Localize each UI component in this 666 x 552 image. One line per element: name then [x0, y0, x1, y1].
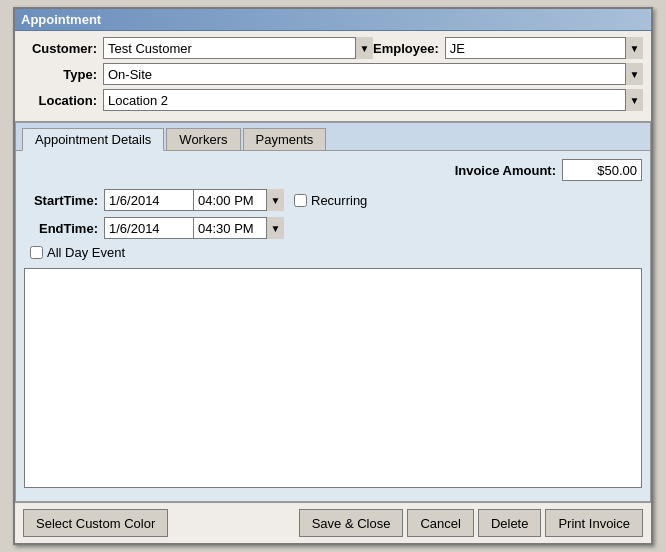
customer-row: Customer: Test Customer ▼ Employee: JE ▼	[23, 37, 643, 59]
select-color-button[interactable]: Select Custom Color	[23, 509, 168, 537]
start-time-select-wrapper: 04:00 PM ▼	[194, 189, 284, 211]
end-time-select-wrapper: 04:30 PM ▼	[194, 217, 284, 239]
title-bar: Appointment	[15, 9, 651, 31]
end-time-row: EndTime: 04:30 PM ▼	[24, 217, 642, 239]
tabs-section: Appointment Details Workers Payments Inv…	[15, 122, 651, 502]
tab-bar: Appointment Details Workers Payments	[16, 123, 650, 151]
all-day-label: All Day Event	[47, 245, 125, 260]
start-time-row: StartTime: 04:00 PM ▼ Recurring	[24, 189, 642, 211]
invoice-label: Invoice Amount:	[455, 163, 556, 178]
employee-label: Employee:	[373, 41, 439, 56]
tab-content: Invoice Amount: StartTime: 04:00 PM ▼ Re…	[16, 151, 650, 501]
notes-textarea[interactable]	[24, 268, 642, 488]
invoice-row: Invoice Amount:	[24, 159, 642, 181]
start-date-input[interactable]	[104, 189, 194, 211]
appointment-window: Appointment Customer: Test Customer ▼ Em…	[13, 7, 653, 545]
location-select-wrapper: Location 2 ▼	[103, 89, 643, 111]
tab-payments[interactable]: Payments	[243, 128, 327, 151]
start-time-label: StartTime:	[24, 193, 104, 208]
employee-select[interactable]: JE	[445, 37, 643, 59]
recurring-section: Recurring	[294, 193, 367, 208]
end-time-select[interactable]: 04:30 PM	[194, 217, 284, 239]
type-row: Type: On-Site ▼	[23, 63, 643, 85]
window-title: Appointment	[21, 12, 101, 27]
bottom-bar: Select Custom Color Save & Close Cancel …	[15, 502, 651, 543]
start-time-select[interactable]: 04:00 PM	[194, 189, 284, 211]
end-date-input[interactable]	[104, 217, 194, 239]
tab-appointment-details[interactable]: Appointment Details	[22, 128, 164, 151]
employee-select-wrapper: JE ▼	[445, 37, 643, 59]
end-time-label: EndTime:	[24, 221, 104, 236]
location-row: Location: Location 2 ▼	[23, 89, 643, 111]
save-close-button[interactable]: Save & Close	[299, 509, 404, 537]
invoice-amount-input[interactable]	[562, 159, 642, 181]
employee-section: Employee: JE ▼	[373, 37, 643, 59]
customer-select[interactable]: Test Customer	[103, 37, 373, 59]
recurring-checkbox[interactable]	[294, 194, 307, 207]
all-day-row: All Day Event	[30, 245, 642, 260]
all-day-checkbox[interactable]	[30, 246, 43, 259]
delete-button[interactable]: Delete	[478, 509, 542, 537]
cancel-button[interactable]: Cancel	[407, 509, 473, 537]
type-label: Type:	[23, 67, 103, 82]
customer-label: Customer:	[23, 41, 103, 56]
print-invoice-button[interactable]: Print Invoice	[545, 509, 643, 537]
location-select[interactable]: Location 2	[103, 89, 643, 111]
location-label: Location:	[23, 93, 103, 108]
type-select[interactable]: On-Site	[103, 63, 643, 85]
tab-workers[interactable]: Workers	[166, 128, 240, 151]
form-area: Customer: Test Customer ▼ Employee: JE ▼…	[15, 31, 651, 122]
customer-select-wrapper: Test Customer ▼	[103, 37, 373, 59]
type-select-wrapper: On-Site ▼	[103, 63, 643, 85]
recurring-label: Recurring	[311, 193, 367, 208]
